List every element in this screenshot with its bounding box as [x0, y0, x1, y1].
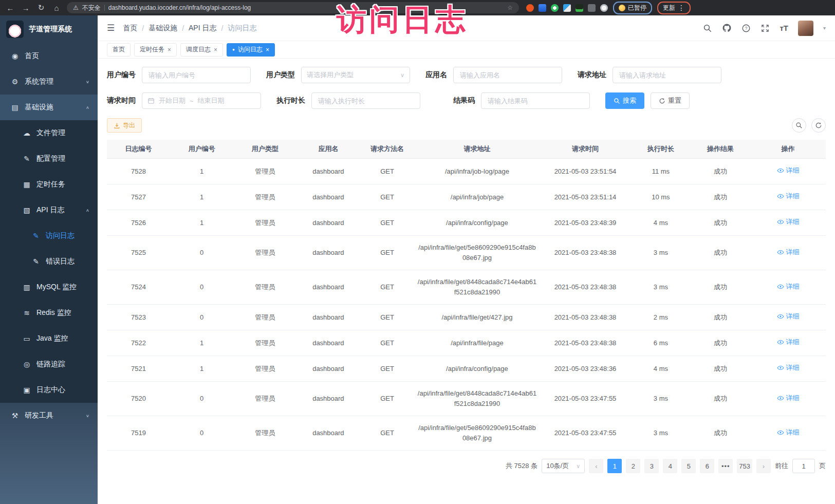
page-button-4[interactable]: 4 — [663, 459, 677, 473]
sidebar-item-访问日志[interactable]: ✎访问日志 — [0, 223, 98, 249]
detail-link[interactable]: 详细 — [777, 217, 800, 227]
goto-page-input[interactable] — [792, 459, 815, 473]
sidebar-item-配置管理[interactable]: ✎配置管理 — [0, 146, 98, 172]
page-button-5[interactable]: 5 — [681, 459, 696, 473]
extension-icon[interactable] — [576, 4, 583, 12]
search-icon[interactable] — [703, 24, 712, 33]
table-cell: 2021-05-03 23:48:38 — [540, 236, 631, 270]
sidebar-item-API 日志[interactable]: ▧API 日志∧ — [0, 197, 98, 223]
table-cell: dashboard — [296, 270, 360, 305]
breadcrumb-item[interactable]: API 日志 — [189, 24, 216, 33]
browser-forward-icon[interactable]: → — [21, 4, 31, 12]
close-icon[interactable]: × — [214, 46, 217, 53]
extension-icon[interactable] — [526, 4, 534, 12]
prev-page-button[interactable]: ‹ — [589, 459, 603, 473]
sidebar-item-MySQL 监控[interactable]: ▥MySQL 监控 — [0, 274, 98, 300]
sidebar-item-研发工具[interactable]: ⚒研发工具∨ — [0, 403, 98, 428]
sidebar-menu: ◉首页⚙系统管理∨▤基础设施∧☁文件管理✎配置管理▦定时任务▧API 日志∧✎访… — [0, 43, 98, 428]
extension-icon[interactable] — [539, 4, 546, 12]
sidebar-item-链路追踪[interactable]: ◎链路追踪 — [0, 351, 98, 377]
close-icon[interactable]: × — [266, 46, 269, 53]
font-size-icon[interactable]: тT — [780, 24, 788, 32]
page-ellipsis[interactable]: ••• — [718, 459, 733, 473]
sidebar-item-label: 文件管理 — [36, 128, 65, 138]
table-cell: 2021-05-03 23:48:38 — [540, 330, 631, 356]
table-cell: GET — [360, 382, 414, 416]
detail-link[interactable]: 详细 — [777, 191, 800, 201]
table-cell: 1 — [170, 159, 233, 184]
sidebar-item-label: 访问日志 — [46, 231, 75, 240]
extension-icon[interactable] — [588, 4, 596, 12]
extension-icon[interactable] — [563, 4, 571, 12]
breadcrumb-item[interactable]: 首页 — [123, 24, 137, 33]
result-code-input[interactable] — [481, 92, 590, 109]
search-button[interactable]: 搜索 — [605, 92, 644, 109]
close-icon[interactable]: × — [168, 46, 171, 53]
eye-icon — [777, 193, 784, 200]
reset-button[interactable]: 重置 — [651, 92, 690, 109]
detail-link[interactable]: 详细 — [777, 337, 800, 347]
help-icon[interactable]: ? — [741, 24, 751, 33]
browser-back-icon[interactable]: ← — [5, 4, 15, 12]
fullscreen-icon[interactable] — [760, 24, 770, 33]
sidebar-item-文件管理[interactable]: ☁文件管理 — [0, 120, 98, 146]
page-button-1[interactable]: 1 — [607, 459, 622, 473]
browser-reload-icon[interactable]: ↻ — [36, 3, 46, 12]
detail-link[interactable]: 详细 — [777, 311, 800, 322]
sidebar-item-首页[interactable]: ◉首页 — [0, 43, 98, 69]
page-size-select[interactable]: 10条/页 ∨ — [542, 459, 585, 473]
detail-link[interactable]: 详细 — [777, 247, 800, 257]
github-icon[interactable] — [722, 23, 732, 33]
user-type-select[interactable]: 请选择用户类型 ∨ — [301, 67, 410, 83]
bookmark-star-icon[interactable]: ☆ — [507, 4, 513, 11]
tab-首页[interactable]: 首页 — [107, 43, 131, 57]
svg-text:?: ? — [745, 26, 748, 31]
detail-link[interactable]: 详细 — [777, 165, 800, 176]
sidebar-item-错误日志[interactable]: ✎错误日志 — [0, 249, 98, 274]
sidebar-item-系统管理[interactable]: ⚙系统管理∨ — [0, 69, 98, 95]
table-cell: 2021-05-03 23:51:54 — [540, 159, 631, 184]
column-header-应用名: 应用名 — [296, 140, 360, 159]
sidebar-item-Redis 监控[interactable]: ≋Redis 监控 — [0, 300, 98, 326]
hamburger-icon[interactable]: ☰ — [107, 23, 115, 33]
pinned-extension-icon[interactable] — [600, 4, 608, 12]
update-button[interactable]: 更新 ⋮ — [657, 2, 691, 14]
request-url-input[interactable] — [613, 67, 721, 83]
app-logo-row[interactable]: 芋道管理系统 — [0, 15, 98, 43]
export-button[interactable]: 导出 — [107, 118, 142, 133]
page-button-3[interactable]: 3 — [644, 459, 659, 473]
tab-访问日志[interactable]: ●访问日志× — [227, 43, 275, 57]
detail-link-label: 详细 — [786, 282, 800, 292]
detail-link[interactable]: 详细 — [777, 393, 800, 403]
sidebar-item-基础设施[interactable]: ▤基础设施∧ — [0, 95, 98, 120]
sidebar-item-Java 监控[interactable]: ▭Java 监控 — [0, 326, 98, 351]
sidebar-item-日志中心[interactable]: ▣日志中心 — [0, 377, 98, 403]
detail-link[interactable]: 详细 — [777, 363, 800, 373]
avatar-caret-icon[interactable]: ▾ — [823, 25, 826, 31]
tab-调度日志[interactable]: 调度日志× — [180, 43, 223, 57]
app-name-input[interactable] — [453, 67, 562, 83]
page-button-6[interactable]: 6 — [700, 459, 714, 473]
next-page-button[interactable]: › — [756, 459, 771, 473]
sidebar-item-定时任务[interactable]: ▦定时任务 — [0, 172, 98, 197]
breadcrumb-item[interactable]: 基础设施 — [149, 24, 177, 33]
extension-icon[interactable] — [551, 4, 559, 12]
sidebar-item-label: 链路追踪 — [36, 360, 65, 369]
page-button-753[interactable]: 753 — [737, 459, 752, 473]
detail-link[interactable]: 详细 — [777, 282, 800, 292]
tab-定时任务[interactable]: 定时任务× — [134, 43, 177, 57]
browser-home-icon[interactable]: ⌂ — [51, 4, 62, 12]
table-cell: 管理员 — [233, 330, 296, 356]
browser-menu-icon[interactable]: ⋮ — [678, 4, 685, 12]
user-id-input[interactable] — [142, 67, 251, 83]
refresh-table-button[interactable] — [811, 118, 826, 133]
detail-link[interactable]: 详细 — [777, 427, 800, 438]
address-bar[interactable]: ⚠ 不安全 dashboard.yudao.iocoder.cn/infra/l… — [67, 2, 519, 13]
duration-input[interactable] — [311, 92, 420, 109]
request-time-range-picker[interactable]: 开始日期 ~ 结束日期 — [142, 92, 261, 109]
user-avatar[interactable] — [798, 21, 813, 36]
page-button-2[interactable]: 2 — [626, 459, 640, 473]
paused-badge[interactable]: 已暂停 — [613, 2, 652, 14]
search-toggle-button[interactable] — [792, 118, 806, 133]
eye-icon — [777, 167, 784, 174]
